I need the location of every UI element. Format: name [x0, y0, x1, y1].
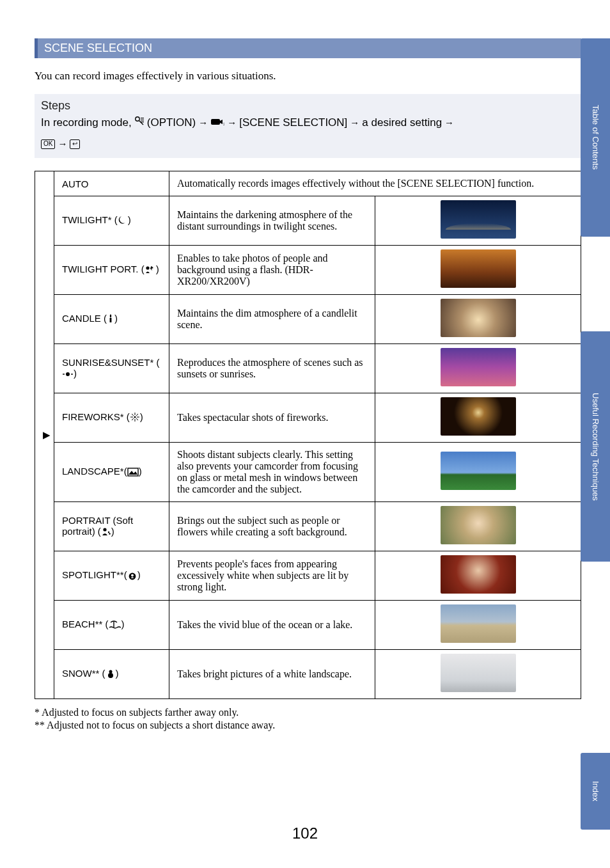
return-button-icon: ↩ [70, 139, 80, 149]
page-number: 102 [0, 825, 610, 842]
spotlight-icon [127, 570, 137, 582]
svg-line-17 [136, 414, 138, 416]
scene-description: Takes the vivid blue of the ocean or a l… [169, 601, 375, 650]
snow-icon [106, 668, 116, 681]
steps-title: Steps [41, 99, 575, 113]
scene-name: SNOW** () [54, 650, 169, 699]
svg-rect-7 [110, 318, 112, 322]
scene-thumbnail [441, 397, 516, 436]
table-row: SPOTLIGHT**()Prevents people's faces fro… [35, 551, 581, 601]
scene-thumbnail [441, 299, 516, 337]
scene-description: Brings out the subject such as people or… [169, 502, 375, 551]
scene-description: Maintains the dim atmosphere of a candle… [169, 295, 375, 344]
scene-thumbnail-cell [375, 196, 581, 246]
option-icon [134, 114, 145, 131]
scene-thumbnail-cell [375, 502, 581, 551]
steps-suffix: a desired setting [362, 114, 442, 131]
scene-description: Prevents people's faces from appearing e… [169, 551, 375, 601]
camera-tab-icon: 3 [210, 114, 224, 131]
scene-thumbnail-cell [375, 344, 581, 393]
svg-point-23 [109, 533, 110, 534]
scene-name: AUTO [54, 171, 169, 196]
svg-point-22 [108, 531, 109, 532]
scene-thumbnail [441, 249, 516, 288]
footnote-2: ** Adjusted not to focus on subjects a s… [35, 720, 581, 731]
table-row: FIREWORKS* ()Takes spectacular shots of … [35, 393, 581, 443]
scene-thumbnail-cell [375, 393, 581, 443]
steps-option-label: (OPTION) [147, 114, 196, 131]
svg-point-6 [146, 267, 149, 270]
svg-point-19 [134, 416, 136, 418]
steps-box: Steps In recording mode, (OPTION) → 3 → … [35, 94, 581, 158]
table-row: CANDLE ()Maintains the dim atmosphere of… [35, 295, 581, 344]
scene-thumbnail [441, 348, 516, 386]
scene-thumbnail [441, 452, 516, 490]
table-row: PORTRAIT (Soft portrait) ()Brings out th… [35, 502, 581, 551]
scene-thumbnail-cell [375, 551, 581, 601]
scene-description: Enables to take photos of people and bac… [169, 246, 375, 295]
arrow-icon: → [350, 115, 359, 130]
scene-name: BEACH** () [54, 601, 169, 650]
scene-name: TWILIGHT* () [54, 196, 169, 246]
tab-table-of-contents[interactable]: Table of Contents [581, 38, 610, 237]
scene-name: SUNRISE&SUNSET* () [54, 344, 169, 393]
tab-index[interactable]: Index [581, 753, 610, 830]
scene-thumbnail-cell [375, 295, 581, 344]
default-marker: ▶ [35, 171, 54, 699]
svg-rect-1 [141, 118, 144, 118]
arrow-icon: → [198, 115, 208, 130]
tab-useful-recording-techniques[interactable]: Useful Recording Techniques [581, 331, 610, 562]
firework-icon [130, 412, 140, 424]
scene-description: Automatically records images effectively… [169, 171, 581, 196]
scene-name: CANDLE () [54, 295, 169, 344]
ok-button-icon: OK [41, 139, 55, 149]
svg-rect-3 [141, 122, 144, 122]
table-row: TWILIGHT* ()Maintains the darkening atmo… [35, 196, 581, 246]
table-row: BEACH** ()Takes the vivid blue of the oc… [35, 601, 581, 650]
section-heading: SCENE SELECTION [35, 38, 581, 58]
steps-bracket: [SCENE SELECTION] [239, 114, 347, 131]
table-row: TWILIGHT PORT. ()Enables to take photos … [35, 246, 581, 295]
sidebar-tabs: Table of Contents Useful Recording Techn… [581, 38, 610, 830]
arrow-icon: → [58, 136, 67, 152]
portrait-icon [101, 526, 111, 539]
scene-description: Takes bright pictures of a white landsca… [169, 650, 375, 699]
scene-description: Shoots distant subjects clearly. This se… [169, 443, 375, 502]
table-row: LANDSCAPE*()Shoots distant subjects clea… [35, 443, 581, 502]
scene-thumbnail-cell [375, 246, 581, 295]
twiport-icon [145, 264, 156, 276]
svg-line-18 [132, 418, 134, 420]
svg-point-27 [108, 673, 113, 678]
footnotes: * Adjusted to focus on subjects farther … [35, 707, 581, 731]
svg-point-28 [109, 670, 112, 674]
table-row: SNOW** ()Takes bright pictures of a whit… [35, 650, 581, 699]
table-row: SUNRISE&SUNSET* ()Reproduces the atmosph… [35, 344, 581, 393]
scene-description: Maintains the darkening atmosphere of th… [169, 196, 375, 246]
table-row: ▶AUTOAutomatically records images effect… [35, 171, 581, 196]
svg-point-0 [136, 117, 139, 121]
footnote-1: * Adjusted to focus on subjects farther … [35, 707, 581, 718]
svg-point-25 [131, 574, 134, 577]
scene-thumbnail-cell [375, 601, 581, 650]
scene-thumbnail [441, 506, 516, 544]
sunset-icon [62, 370, 74, 381]
arrow-icon: → [444, 115, 454, 130]
svg-rect-20 [128, 468, 138, 476]
scene-thumbnail [441, 555, 516, 594]
svg-text:3: 3 [223, 122, 224, 126]
scene-name: TWILIGHT PORT. () [54, 246, 169, 295]
scene-description: Takes spectacular shots of fireworks. [169, 393, 375, 443]
scene-table: ▶AUTOAutomatically records images effect… [35, 171, 581, 699]
landscape-icon [127, 468, 139, 478]
beach-icon [109, 620, 121, 631]
steps-line: In recording mode, (OPTION) → 3 → [SCENE… [41, 114, 575, 152]
svg-rect-4 [211, 119, 220, 125]
scene-name: SPOTLIGHT**() [54, 551, 169, 601]
arrow-icon: → [227, 115, 237, 130]
scene-thumbnail [441, 654, 516, 692]
intro-text: You can record images effectively in var… [35, 70, 581, 83]
candle-icon [107, 313, 114, 326]
scene-thumbnail-cell [375, 650, 581, 699]
svg-point-21 [103, 528, 106, 531]
scene-name: LANDSCAPE*() [54, 443, 169, 502]
